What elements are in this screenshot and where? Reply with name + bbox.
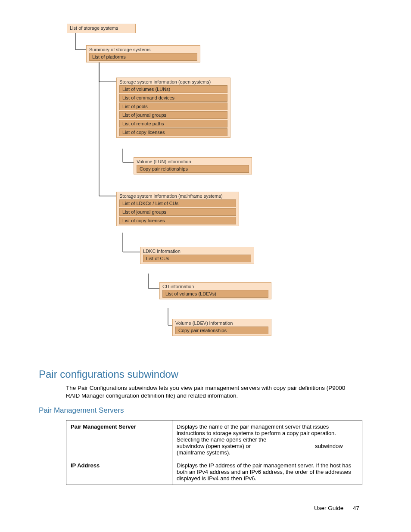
- node-list-storage-systems: List of storage systems: [67, 24, 136, 33]
- node-title: CU information: [162, 284, 268, 289]
- cell-key: IP Address: [66, 459, 172, 485]
- footer-page-number: 47: [353, 505, 359, 511]
- node-sub: List of journal groups: [119, 111, 227, 119]
- page-footer: User Guide 47: [314, 505, 359, 511]
- heading-pair-mgmt-servers: Pair Management Servers: [39, 406, 124, 415]
- node-sub: List of platforms: [89, 53, 197, 61]
- node-sub: List of volumes (LDEVs): [162, 290, 268, 298]
- node-title: Volume (LUN) information: [137, 159, 249, 164]
- node-storage-open: Storage system information (open systems…: [116, 78, 230, 138]
- node-sub: List of copy licenses: [119, 128, 227, 136]
- node-title: Storage system information (mainframe sy…: [119, 193, 236, 199]
- node-sub: List of LDKCs / List of CUs: [119, 199, 236, 207]
- cell-key: Pair Management Server: [66, 420, 172, 459]
- node-sub: List of journal groups: [119, 208, 236, 216]
- footer-label: User Guide: [314, 505, 343, 511]
- table-pair-mgmt: Pair Management Server Displays the name…: [66, 420, 362, 485]
- node-title: Storage system information (open systems…: [119, 79, 227, 84]
- heading-pair-config: Pair configurations subwindow: [39, 368, 178, 380]
- node-sub: List of volumes (LUNs): [119, 85, 227, 93]
- node-title: LDKC information: [143, 249, 251, 254]
- node-title: Summary of storage systems: [89, 47, 197, 52]
- node-sub: List of copy licenses: [119, 217, 236, 224]
- node-volume-ldev: Volume (LDEV) information Copy pair rela…: [172, 319, 271, 336]
- cell-value: Displays the name of the pair management…: [172, 420, 362, 459]
- node-cu-info: CU information List of volumes (LDEVs): [159, 282, 271, 299]
- node-sub: Copy pair relationships: [137, 165, 249, 173]
- table-row: Pair Management Server Displays the name…: [66, 420, 362, 459]
- node-volume-lun: Volume (LUN) information Copy pair relat…: [134, 157, 252, 174]
- node-ldkc-info: LDKC information List of CUs: [140, 247, 254, 264]
- node-sub: List of command devices: [119, 94, 227, 102]
- node-sub: List of CUs: [143, 255, 251, 262]
- node-sub: Copy pair relationships: [175, 327, 268, 334]
- cell-value: Displays the IP address of the pair mana…: [172, 459, 362, 485]
- node-summary-storage-systems: Summary of storage systems List of platf…: [86, 45, 200, 62]
- paragraph-intro: The Pair Configurations subwindow lets y…: [66, 384, 359, 400]
- node-storage-mainframe: Storage system information (mainframe sy…: [116, 192, 239, 226]
- node-title: Volume (LDEV) information: [175, 320, 268, 326]
- node-sub: List of pools: [119, 103, 227, 110]
- table-row: IP Address Displays the IP address of th…: [66, 459, 362, 485]
- text: Displays the name of the pair management…: [177, 423, 336, 443]
- text: subwindow (open systems) or: [177, 443, 252, 449]
- node-title: List of storage systems: [70, 25, 133, 31]
- node-sub: List of remote paths: [119, 120, 227, 128]
